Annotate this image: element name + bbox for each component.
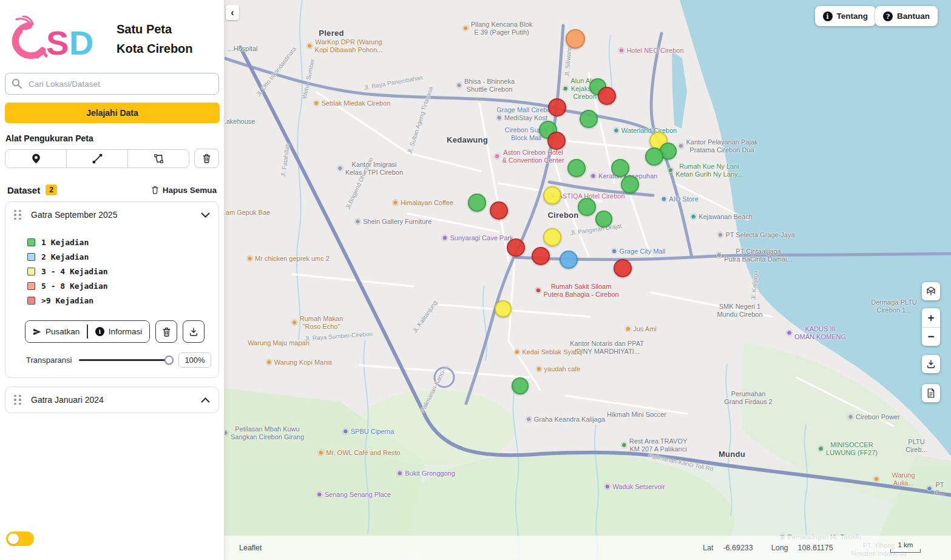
- map[interactable]: Jl. Otto IskandardinataWetu - SumberJl. …: [225, 0, 951, 560]
- clear-measure-button[interactable]: [194, 149, 219, 168]
- dataset-card: Gatra September 2025 1 Kejadian2 Kejadia…: [5, 201, 219, 378]
- map-marker[interactable]: [598, 87, 616, 105]
- zoom-in-button[interactable]: +: [922, 308, 940, 327]
- map-marker[interactable]: [507, 238, 525, 257]
- download-dataset-button[interactable]: [183, 320, 205, 343]
- report-document-button[interactable]: [922, 384, 940, 402]
- dataset-card-header[interactable]: Gatra September 2025: [5, 202, 218, 228]
- map-bottom-bar: [225, 536, 951, 560]
- area-tool-button[interactable]: [127, 150, 189, 167]
- legend-label: 5 - 8 Kejadian: [41, 282, 108, 291]
- dataset-card-title: Gatra Januari 2024: [31, 395, 104, 405]
- dataset-section-label: Dataset: [7, 185, 40, 195]
- map-marker[interactable]: [614, 259, 632, 277]
- ruler-line-icon: [92, 153, 103, 164]
- center-dataset-button[interactable]: Pusatkan: [25, 321, 87, 342]
- zoom-out-button[interactable]: −: [922, 327, 940, 346]
- legend-label: 1 Kejadian: [41, 238, 89, 247]
- legend-swatch: [27, 268, 35, 275]
- map-marker[interactable]: [611, 159, 629, 177]
- map-marker[interactable]: [595, 211, 612, 228]
- legend-swatch: [27, 297, 35, 305]
- navigate-icon: [33, 328, 41, 336]
- export-map-button[interactable]: [922, 355, 940, 373]
- measure-tool-group: [5, 149, 189, 168]
- dataset-legend: 1 Kejadian2 Kejadian3 - 4 Kejadian5 - 8 …: [5, 228, 218, 313]
- download-icon: [926, 359, 936, 369]
- chevron-down-icon[interactable]: [201, 209, 210, 220]
- map-marker[interactable]: [580, 110, 598, 128]
- dataset-card-header[interactable]: Gatra Januari 2024: [5, 387, 218, 413]
- map-marker[interactable]: [495, 300, 512, 317]
- sidebar-collapse-button[interactable]: ‹: [226, 5, 239, 20]
- tentang-button[interactable]: i Tentang: [815, 6, 876, 26]
- legend-swatch: [27, 253, 35, 261]
- info-icon: i: [823, 12, 833, 21]
- long-value: 108.61175: [798, 544, 833, 552]
- trash-icon: [162, 327, 171, 337]
- dataset-card-title: Gatra September 2025: [31, 210, 117, 220]
- sidebar: S D Satu Peta Kota Cirebon Jelajahi Data…: [0, 0, 225, 560]
- map-marker[interactable]: [578, 198, 596, 216]
- map-marker[interactable]: [543, 228, 561, 246]
- map-marker[interactable]: [548, 98, 566, 116]
- legend-swatch: [27, 238, 35, 246]
- pin-icon: [32, 153, 41, 164]
- markers-layer: [225, 0, 951, 560]
- legend-row: 2 Kejadian: [27, 252, 218, 261]
- app: S D Satu Peta Kota Cirebon Jelajahi Data…: [0, 0, 951, 560]
- map-marker[interactable]: [468, 194, 486, 212]
- app-logo: S D Satu Peta Kota Cirebon: [8, 16, 218, 62]
- dataset-info-button[interactable]: i Informasi: [88, 321, 150, 342]
- drag-handle-icon[interactable]: [14, 210, 21, 220]
- distance-tool-button[interactable]: [66, 150, 127, 167]
- svg-text:D: D: [69, 24, 93, 62]
- trash-icon: [202, 153, 211, 163]
- marker-tool-button[interactable]: [5, 150, 66, 167]
- transparency-label: Transparansi: [26, 356, 72, 365]
- basemap-layers-button[interactable]: [922, 282, 940, 300]
- legend-row: 3 - 4 Kejadian: [27, 267, 218, 276]
- shrimp-logo-icon: S D: [8, 16, 110, 62]
- long-label: Long: [771, 544, 788, 552]
- map-marker[interactable]: [645, 147, 663, 166]
- drag-handle-icon[interactable]: [14, 395, 21, 405]
- dataset-action-group: Pusatkan i Informasi: [25, 320, 150, 343]
- map-marker[interactable]: [512, 377, 529, 394]
- lat-value: -6.69233: [723, 544, 753, 552]
- zoom-control: + −: [922, 308, 940, 346]
- explore-data-button[interactable]: Jelajahi Data: [5, 103, 220, 123]
- map-marker[interactable]: [567, 159, 586, 177]
- legend-swatch: [27, 282, 35, 290]
- svg-text:S: S: [46, 24, 69, 62]
- legend-label: 2 Kejadian: [41, 252, 89, 261]
- map-marker[interactable]: [560, 251, 578, 269]
- scale-label: 1 km: [890, 541, 921, 548]
- theme-toggle[interactable]: [6, 531, 34, 546]
- map-marker[interactable]: [566, 29, 585, 49]
- download-icon: [189, 327, 198, 337]
- chevron-up-icon[interactable]: [201, 394, 210, 405]
- app-title: Satu Peta Kota Cirebon: [117, 19, 193, 58]
- scale-control: 1 km: [890, 541, 921, 553]
- polygon-icon: [154, 153, 164, 164]
- delete-dataset-button[interactable]: [155, 320, 177, 343]
- map-marker[interactable]: [621, 175, 639, 194]
- dataset-card: Gatra Januari 2024: [5, 386, 219, 413]
- transparency-slider[interactable]: [79, 359, 171, 361]
- clear-all-button[interactable]: Hapus Semua: [151, 186, 217, 195]
- search-input[interactable]: [5, 73, 219, 95]
- map-marker[interactable]: [543, 186, 561, 204]
- leaflet-attribution[interactable]: Leaflet: [239, 544, 262, 552]
- legend-label: >9 Kejadian: [41, 296, 93, 305]
- document-icon: [927, 388, 935, 398]
- legend-label: 3 - 4 Kejadian: [41, 267, 108, 276]
- map-marker[interactable]: [490, 201, 508, 220]
- map-marker[interactable]: [532, 247, 550, 265]
- map-marker[interactable]: [547, 132, 566, 150]
- search-icon: [11, 78, 22, 92]
- bantuan-button[interactable]: ? Bantuan: [875, 6, 938, 26]
- layers-icon: [926, 286, 936, 296]
- transparency-slider-knob[interactable]: [164, 356, 174, 365]
- theme-toggle-knob: [8, 533, 19, 544]
